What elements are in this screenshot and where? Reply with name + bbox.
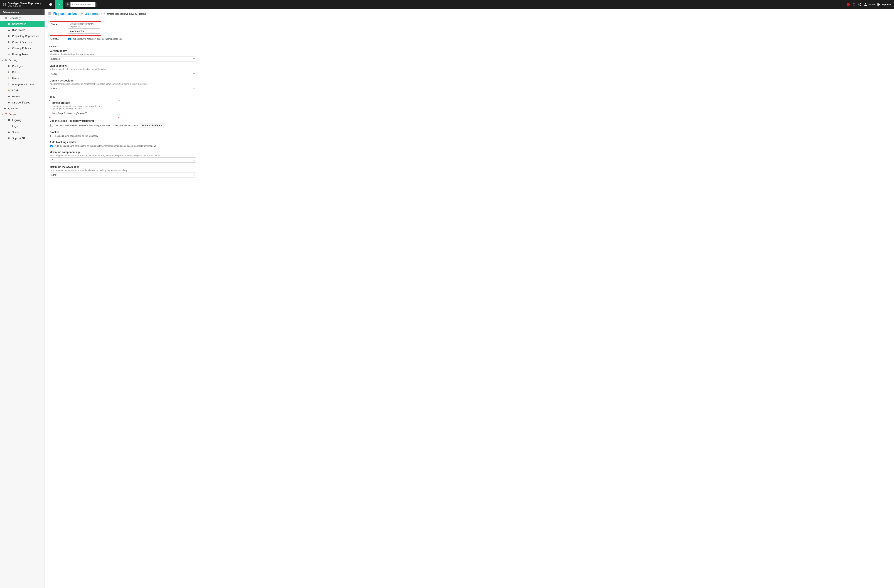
sidebar-item-label: LDAP: [12, 89, 19, 92]
sidebar-item-routing[interactable]: Routing Rules: [0, 51, 45, 57]
layout-policy-select[interactable]: Strict: [50, 71, 196, 76]
truststore-checkbox[interactable]: [50, 124, 53, 127]
terminal-icon: [7, 125, 11, 127]
sidebar-item-privileges[interactable]: Privileges: [0, 63, 45, 69]
sidebar: Administration Repository Repositories B…: [0, 9, 45, 588]
sidebar-item-blob-stores[interactable]: Blob Stores: [0, 27, 45, 33]
sidebar-item-label: Roles: [12, 71, 19, 74]
repo-form: Name: A unique identifier for this repos…: [45, 19, 245, 187]
truststore-hint: Use certificates stored in the Nexus Rep…: [54, 124, 138, 127]
layout-policy-label: Layout policy:: [50, 64, 241, 67]
svg-rect-15: [8, 89, 9, 91]
auto-blocking-checkbox-wrap[interactable]: Auto-block outbound connections on the r…: [50, 144, 241, 148]
signout-button[interactable]: Sign out: [877, 3, 891, 6]
sidebar-item-realms[interactable]: Realms: [0, 93, 45, 100]
remote-storage-hint: Location of the remote repository being …: [51, 105, 118, 110]
sidebar-group-support[interactable]: Support: [0, 112, 45, 117]
content-disp-value: Inline: [51, 87, 57, 90]
max-comp-age-hint: How long (in minutes) to cache artifacts…: [50, 154, 241, 157]
blocked-checkbox-wrap[interactable]: Block outbound connections on the reposi…: [50, 134, 241, 138]
svg-point-12: [9, 72, 9, 72]
breadcrumb-separator: /: [79, 12, 79, 15]
max-meta-age-input[interactable]: [50, 172, 196, 178]
sidebar-group-security[interactable]: Security: [0, 57, 45, 63]
blocked-checkbox[interactable]: [50, 135, 53, 137]
sidebar-item-users[interactable]: Users: [0, 75, 45, 81]
online-checkbox-wrap[interactable]: If checked, the repository accepts incom…: [68, 37, 122, 41]
signout-label: Sign out: [882, 3, 891, 6]
sidebar-group-support-label: Support: [9, 113, 17, 116]
building-icon: [7, 35, 11, 37]
topbar: Sonatype Nexus Repository OSS 3.72.0-04 …: [0, 0, 894, 9]
sidebar-title: Administration: [0, 9, 45, 15]
book-icon: [7, 89, 11, 92]
sidebar-item-logging[interactable]: Logging: [0, 117, 45, 123]
search-icon: [67, 3, 69, 6]
sidebar-item-repositories[interactable]: Repositories: [0, 21, 45, 27]
breadcrumb-current: Create Repository: maven2 (proxy): [107, 12, 146, 15]
name-input[interactable]: [68, 29, 100, 33]
remote-storage-input[interactable]: [51, 111, 118, 116]
layout-policy-value: Strict: [51, 72, 57, 75]
svg-point-13: [8, 77, 9, 78]
sidebar-item-content-selectors[interactable]: Content Selectors: [0, 39, 45, 45]
sidebar-item-ldap[interactable]: LDAP: [0, 87, 45, 93]
sidebar-item-label: Routing Rules: [12, 53, 28, 56]
sidebar-item-cleanup[interactable]: Cleanup Policies: [0, 45, 45, 51]
svg-rect-16: [8, 102, 9, 103]
brand-subtitle: OSS 3.72.0-04: [8, 5, 41, 7]
id-badge-icon: [7, 65, 11, 67]
refresh-button[interactable]: [852, 3, 856, 6]
blocked-hint: Block outbound connections on the reposi…: [54, 135, 98, 137]
version-policy-select[interactable]: Release: [50, 56, 196, 62]
svg-point-2: [865, 3, 866, 5]
sidebar-item-label: Repositories: [12, 23, 26, 26]
help-button[interactable]: ?: [858, 3, 861, 6]
svg-rect-18: [8, 119, 10, 121]
spinner-icon[interactable]: ▲▼: [193, 159, 195, 161]
user-outline-icon: [7, 83, 11, 86]
screen-icon: [7, 119, 11, 121]
certificate-icon: [7, 101, 11, 104]
users-icon: [7, 71, 11, 74]
online-checkbox[interactable]: [68, 38, 71, 40]
browse-mode-button[interactable]: [47, 0, 55, 9]
alerts-button[interactable]: !: [847, 3, 850, 6]
name-label: Name:: [51, 23, 65, 26]
database-icon: [7, 23, 11, 25]
sidebar-item-ssl[interactable]: SSL Certificates: [0, 100, 45, 106]
version-policy-label: Version policy:: [50, 50, 241, 52]
database-small-icon: [81, 12, 83, 15]
sidebar-group-repository[interactable]: Repository: [0, 15, 45, 21]
sidebar-item-status[interactable]: Status: [0, 129, 45, 135]
brand-title: Sonatype Nexus Repository: [8, 2, 41, 5]
main-content: Repositories / Select Recipe / Create Re…: [45, 9, 894, 588]
sidebar-item-proprietary[interactable]: Proprietary Repositories: [0, 33, 45, 39]
max-comp-age-input[interactable]: [50, 157, 196, 163]
sidebar-group-iq[interactable]: IQ Server: [0, 106, 45, 112]
sidebar-item-label: Blob Stores: [12, 29, 25, 32]
auto-blocking-checkbox[interactable]: [50, 145, 53, 147]
view-certificate-button[interactable]: ✸ View certificate: [140, 123, 164, 128]
user-icon: [7, 77, 11, 80]
online-hint: If checked, the repository accepts incom…: [72, 38, 122, 40]
sidebar-item-support-zip[interactable]: Support ZIP: [0, 135, 45, 142]
search-input[interactable]: [71, 2, 95, 7]
search-box[interactable]: [65, 2, 97, 7]
breadcrumb-title[interactable]: Repositories: [53, 11, 77, 16]
sidebar-item-roles[interactable]: Roles: [0, 69, 45, 75]
chevron-down-icon: [193, 88, 195, 89]
breadcrumb-select-recipe[interactable]: Select Recipe: [85, 12, 100, 15]
user-menu[interactable]: admin: [864, 3, 875, 6]
layers-icon: [7, 41, 11, 44]
breadcrumb: Repositories / Select Recipe / Create Re…: [45, 9, 894, 19]
user-name: admin: [868, 3, 875, 6]
sidebar-item-anonymous[interactable]: Anonymous Access: [0, 81, 45, 87]
truststore-checkbox-wrap[interactable]: Use certificates stored in the Nexus Rep…: [50, 124, 138, 127]
nav-mode-switch: [47, 0, 63, 9]
content-disp-select[interactable]: Inline: [50, 86, 196, 91]
spinner-icon[interactable]: ▲▼: [193, 174, 195, 176]
sidebar-item-logs[interactable]: Logs: [0, 123, 45, 129]
sidebar-group-repository-label: Repository: [9, 17, 21, 20]
admin-mode-button[interactable]: [55, 0, 63, 9]
